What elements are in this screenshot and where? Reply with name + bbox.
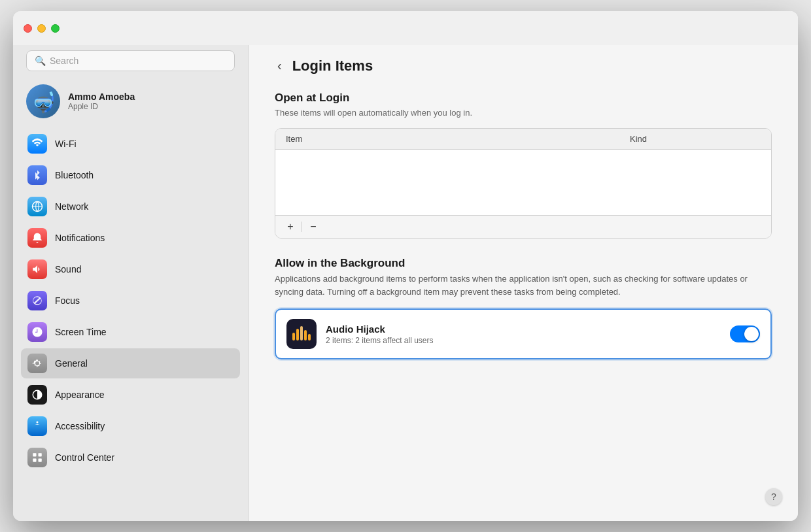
nav-controlcenter[interactable]: Control Center (21, 442, 240, 473)
sidebar-item-label: Network (55, 201, 88, 212)
open-at-login-desc: These items will open automatically when… (275, 107, 772, 119)
search-placeholder: Search (50, 56, 78, 66)
open-at-login-section: Open at Login These items will open auto… (275, 91, 772, 239)
nav-accessibility[interactable]: Accessibility (21, 411, 240, 441)
nav-bluetooth[interactable]: Bluetooth (21, 160, 240, 190)
general-icon (27, 354, 47, 373)
sidebar-item-label: Wi-Fi (55, 139, 77, 149)
svg-rect-3 (39, 453, 42, 456)
sidebar-item-label: Screen Time (55, 327, 107, 337)
nav-screentime[interactable]: Screen Time (21, 317, 240, 347)
bluetooth-icon (27, 165, 47, 185)
allow-background-section: Allow in the Background Applications add… (275, 257, 772, 359)
audio-hijack-row[interactable]: Audio Hijack 2 items: 2 items affect all… (275, 308, 772, 359)
app-info: Audio Hijack 2 items: 2 items affect all… (326, 324, 721, 345)
svg-rect-5 (39, 459, 42, 462)
table-body (275, 150, 771, 215)
svg-rect-7 (292, 333, 295, 341)
user-info: Ammo Amoeba Apple ID (68, 91, 135, 111)
notifications-icon (27, 228, 47, 248)
nav-network[interactable]: Network (21, 191, 240, 222)
login-items-table: Item Kind + − (275, 128, 772, 239)
app-icon-wrapper (286, 319, 317, 349)
col-kind: Kind (630, 134, 761, 144)
sidebar-inner: 🔍 Search 🤿 Ammo Amoeba Apple ID Wi-Fi (13, 45, 248, 521)
audio-hijack-toggle[interactable] (730, 325, 760, 342)
user-name: Ammo Amoeba (68, 91, 135, 102)
nav-general[interactable]: General (21, 348, 240, 378)
svg-point-1 (37, 422, 39, 424)
svg-rect-11 (308, 334, 311, 341)
sidebar-item-label: Control Center (55, 452, 114, 463)
svg-rect-8 (296, 329, 299, 341)
sidebar: 🔍 Search 🤿 Ammo Amoeba Apple ID Wi-Fi (13, 11, 249, 521)
sidebar-item-label: Sound (55, 264, 81, 274)
svg-rect-4 (33, 459, 36, 462)
sidebar-item-label: Focus (55, 295, 80, 306)
user-subtitle: Apple ID (68, 102, 135, 111)
avatar: 🤿 (26, 84, 60, 118)
back-button[interactable]: ‹ (275, 56, 285, 76)
maximize-button[interactable] (51, 24, 60, 33)
table-header: Item Kind (275, 129, 771, 150)
allow-background-desc: Applications add background items to per… (275, 273, 772, 298)
traffic-lights (24, 24, 60, 33)
toggle-knob (744, 327, 759, 341)
add-item-button[interactable]: + (282, 220, 299, 234)
nav-sound[interactable]: Sound (21, 254, 240, 284)
table-footer-divider (302, 222, 302, 232)
sidebar-item-label: Bluetooth (55, 170, 94, 180)
main-window: 🔍 Search 🤿 Ammo Amoeba Apple ID Wi-Fi (13, 11, 798, 521)
wifi-icon (27, 134, 47, 154)
titlebar (13, 11, 798, 45)
main-content: ‹ Login Items Open at Login These items … (249, 11, 798, 521)
sound-icon (27, 259, 47, 279)
user-section[interactable]: 🤿 Ammo Amoeba Apple ID (21, 79, 240, 129)
app-name: Audio Hijack (326, 324, 721, 335)
sidebar-item-label: Notifications (55, 233, 105, 243)
focus-icon (27, 291, 47, 310)
allow-background-title: Allow in the Background (275, 257, 772, 270)
nav-notifications[interactable]: Notifications (21, 223, 240, 253)
svg-rect-10 (304, 330, 307, 341)
controlcenter-icon (27, 448, 47, 467)
sidebar-item-label: General (55, 358, 88, 369)
open-at-login-title: Open at Login (275, 91, 772, 105)
minimize-button[interactable] (37, 24, 46, 33)
nav-focus[interactable]: Focus (21, 286, 240, 316)
table-footer: + − (275, 215, 771, 238)
search-icon: 🔍 (35, 56, 46, 66)
nav-appearance[interactable]: Appearance (21, 380, 240, 410)
nav-wifi[interactable]: Wi-Fi (21, 129, 240, 159)
audio-hijack-icon (288, 321, 315, 347)
appearance-icon (27, 385, 47, 405)
page-title: Login Items (292, 58, 373, 75)
page-header: ‹ Login Items (275, 56, 772, 76)
help-button[interactable]: ? (765, 488, 782, 505)
search-bar[interactable]: 🔍 Search (26, 50, 235, 71)
remove-item-button[interactable]: − (305, 220, 322, 234)
close-button[interactable] (24, 24, 32, 33)
accessibility-icon (27, 416, 47, 436)
svg-rect-9 (300, 326, 303, 341)
svg-rect-2 (33, 453, 36, 456)
screentime-icon (27, 322, 47, 342)
col-item: Item (286, 134, 630, 144)
avatar-emoji: 🤿 (31, 93, 56, 112)
sidebar-item-label: Accessibility (55, 421, 105, 431)
app-subtitle: 2 items: 2 items affect all users (326, 336, 721, 345)
network-icon (27, 197, 47, 216)
sidebar-item-label: Appearance (55, 390, 105, 400)
